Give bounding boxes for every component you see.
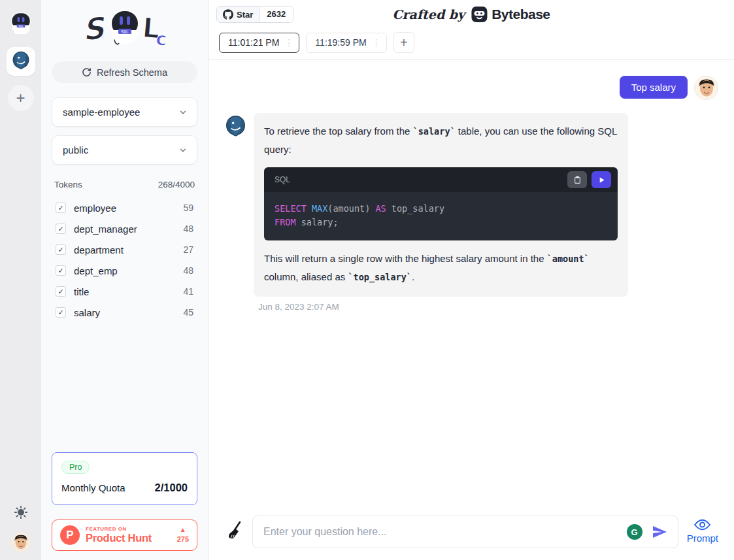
table-name: salary xyxy=(74,307,183,318)
grammarly-icon[interactable]: G xyxy=(627,524,642,540)
check-icon: ✓ xyxy=(58,246,63,254)
table-checkbox[interactable]: ✓ xyxy=(56,223,66,234)
clear-conversation-broom-icon[interactable] xyxy=(227,521,244,543)
table-token-count: 27 xyxy=(183,244,193,255)
database-select[interactable]: sample-employee xyxy=(52,97,197,127)
user-avatar xyxy=(694,76,718,100)
monthly-quota-label: Monthly Quota xyxy=(61,482,125,493)
bot-paragraph-2: This will return a single row with the h… xyxy=(264,250,618,286)
code-line-2: FROM salary; xyxy=(275,216,607,229)
sqlchat-logo: S SQL L c xyxy=(52,5,197,61)
table-checkbox[interactable]: ✓ xyxy=(56,244,66,255)
database-select-value: sample-employee xyxy=(63,107,140,118)
table-row-employee[interactable]: ✓ employee 59 xyxy=(52,197,197,218)
new-conversation-button[interactable]: + xyxy=(8,85,34,111)
table-checkbox[interactable]: ✓ xyxy=(56,203,66,213)
user-message-bubble: Top salary xyxy=(620,76,688,99)
pro-badge: Pro xyxy=(61,461,90,474)
send-button[interactable] xyxy=(649,521,670,542)
sql-code-block: SQL xyxy=(264,167,618,240)
svg-text:S: S xyxy=(80,10,107,47)
bytebase-logo-icon xyxy=(471,6,488,23)
rail-bottom xyxy=(11,505,31,560)
tab-conversation-2[interactable]: 11:19:59 PM ⋮ xyxy=(306,33,386,53)
crafted-by[interactable]: Crafted by Bytebase xyxy=(392,6,550,23)
tokens-value: 268/4000 xyxy=(158,180,195,189)
quota-card: Pro Monthly Quota 2/1000 xyxy=(52,452,197,505)
check-icon: ✓ xyxy=(58,267,63,275)
conversation-item-sqlchat[interactable]: SQL xyxy=(7,9,35,38)
topbar: Star 2632 Crafted by xyxy=(209,0,734,29)
table-list: ✓ employee 59 ✓ dept_manager 48 ✓ depart… xyxy=(52,197,197,323)
conversation-rail: SQL + xyxy=(0,0,41,560)
product-hunt-badge[interactable]: P FEATURED ON Product Hunt ▲ 275 xyxy=(52,519,197,551)
check-icon: ✓ xyxy=(58,225,63,233)
table-checkbox[interactable]: ✓ xyxy=(56,265,66,276)
table-row-dept-manager[interactable]: ✓ dept_manager 48 xyxy=(52,218,197,239)
tokens-label: Tokens xyxy=(54,180,82,189)
refresh-icon xyxy=(82,67,92,77)
user-message-row: Top salary xyxy=(224,76,718,100)
prompt-button[interactable]: Prompt xyxy=(687,518,718,546)
table-token-count: 45 xyxy=(183,307,193,318)
send-icon xyxy=(652,524,667,540)
plus-icon: + xyxy=(16,89,25,107)
upvote-count: 275 xyxy=(177,535,189,543)
chevron-down-icon xyxy=(178,146,188,155)
github-star-button[interactable]: Star 2632 xyxy=(216,6,293,23)
tab-conversation-1[interactable]: 11:01:21 PM ⋮ xyxy=(219,33,299,53)
table-row-title[interactable]: ✓ title 41 xyxy=(52,281,197,302)
table-name: dept_manager xyxy=(74,223,183,235)
github-icon xyxy=(223,9,233,20)
question-input-wrap: G xyxy=(252,516,678,548)
code-block-header: SQL xyxy=(264,167,618,192)
schema-select[interactable]: public xyxy=(52,135,197,165)
bot-message-row: To retrieve the top salary from the `sal… xyxy=(224,113,718,297)
table-token-count: 41 xyxy=(183,286,193,297)
table-name: department xyxy=(74,244,183,255)
tab-label: 11:19:59 PM xyxy=(315,37,366,48)
upvote-icon: ▲ xyxy=(177,527,189,533)
table-checkbox[interactable]: ✓ xyxy=(56,286,66,297)
code-block-body: SELECT MAX(amount) AS top_salary FROM sa… xyxy=(264,192,618,240)
check-icon: ✓ xyxy=(58,288,63,296)
copy-code-button[interactable] xyxy=(567,171,587,188)
table-row-salary[interactable]: ✓ salary 45 xyxy=(52,302,197,323)
refresh-schema-button[interactable]: Refresh Schema xyxy=(52,61,197,83)
run-query-button[interactable] xyxy=(592,171,611,188)
code-line-1: SELECT MAX(amount) AS top_salary xyxy=(275,202,607,216)
eye-icon xyxy=(694,518,710,531)
tab-label: 11:01:21 PM xyxy=(228,37,279,48)
ph-upvotes: ▲ 275 xyxy=(177,527,189,544)
svg-text:c: c xyxy=(155,28,167,50)
sqlchat-app: SQL + xyxy=(0,0,734,560)
table-name: dept_emp xyxy=(74,265,183,276)
prompt-label: Prompt xyxy=(687,533,718,544)
tab-menu-icon[interactable]: ⋮ xyxy=(284,38,293,47)
new-tab-button[interactable]: + xyxy=(393,32,414,53)
theme-toggle-sun-icon[interactable] xyxy=(14,505,28,522)
check-icon: ✓ xyxy=(58,308,63,317)
play-icon xyxy=(598,176,605,184)
message-list: Top salary xyxy=(209,60,734,516)
table-row-dept-emp[interactable]: ✓ dept_emp 48 xyxy=(52,260,197,281)
table-checkbox[interactable]: ✓ xyxy=(56,307,66,318)
code-language-label: SQL xyxy=(275,171,290,189)
question-input[interactable] xyxy=(263,526,620,538)
table-token-count: 59 xyxy=(183,203,193,213)
chat-main: Star 2632 Crafted by xyxy=(209,0,734,560)
crafted-by-label: Crafted by xyxy=(392,7,465,22)
product-hunt-icon: P xyxy=(60,525,80,545)
ph-name: Product Hunt xyxy=(86,532,171,544)
table-name: title xyxy=(74,286,183,297)
conversation-tabbar: 11:01:21 PM ⋮ 11:19:59 PM ⋮ + xyxy=(209,29,734,60)
star-count: 2632 xyxy=(259,7,293,22)
table-row-department[interactable]: ✓ department 27 xyxy=(52,239,197,260)
svg-text:SQL: SQL xyxy=(121,29,129,35)
schema-sidebar: S SQL L c xyxy=(41,0,209,560)
user-avatar[interactable] xyxy=(11,533,31,552)
schema-select-value: public xyxy=(63,144,88,156)
conversation-item-postgres[interactable] xyxy=(7,47,35,76)
chevron-down-icon xyxy=(178,108,188,117)
tab-menu-icon[interactable]: ⋮ xyxy=(372,38,381,47)
